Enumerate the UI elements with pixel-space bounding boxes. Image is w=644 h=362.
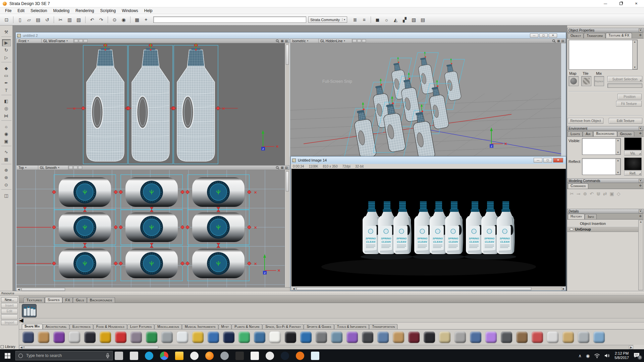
tab[interactable]: Architectural [43,324,69,329]
image-restore-button[interactable]: ▢ [543,158,552,163]
taskbar-icon-terminal[interactable] [235,352,244,360]
modeling-command-icon[interactable]: ▣ [609,191,614,196]
shape-thumbnail[interactable] [485,331,497,343]
cut-button[interactable]: ✂ [56,15,65,24]
top-vertical-scrollbar[interactable] [285,170,289,287]
front-mode-selector[interactable]: GL WireFrame▾ [42,39,74,43]
shape-thumbnail[interactable] [130,331,142,343]
shape-thumbnail[interactable] [192,331,204,343]
shape-thumbnail[interactable] [578,331,589,343]
start-button[interactable] [0,349,15,362]
taskbar-icon-firefox[interactable] [205,352,214,360]
pen-tool[interactable]: ✒ [2,79,11,86]
taskbar-icon-steam[interactable] [281,352,289,360]
copy-button[interactable]: ▥ [65,15,74,24]
resource-button[interactable] [1,314,18,319]
tab[interactable]: Shapes [45,297,62,303]
pan-view-tool[interactable]: ⊛ [2,174,11,181]
reflect-list[interactable] [582,158,621,175]
history-item[interactable]: UnGroup [567,226,638,232]
history-item[interactable]: Object Insertion [567,221,638,226]
list-view-icon[interactable]: ▤ [285,39,288,43]
select-move-tool[interactable]: ▶ [2,39,11,46]
close-icon[interactable]: ✕ [639,179,642,183]
render-icon[interactable]: ☼ [382,15,391,24]
tab[interactable]: Commands [568,183,588,189]
scrollbar-thumb[interactable] [24,346,158,349]
shape-thumbnail[interactable] [69,331,80,343]
add-tab-icon[interactable]: ✛ [638,132,643,135]
palette-tool[interactable] [1,120,11,122]
shape-thumbnail[interactable] [408,331,420,343]
top-view-selector[interactable]: Top▾ [17,166,38,170]
vis-button[interactable]: Vis. [624,151,642,156]
primitive-tool[interactable]: ◆ [2,65,11,72]
minimize-button[interactable]: — [598,0,613,7]
menu-item[interactable]: File [2,8,14,13]
doc-minimize-button[interactable]: — [530,34,538,38]
light-tool[interactable]: ☼ [2,123,11,130]
magnifier-icon[interactable] [276,166,279,170]
front-view-selector[interactable]: Front▾ [17,39,42,43]
grid-view-icon[interactable]: ▦ [557,39,560,43]
tab[interactable]: Miscellaneous [155,324,182,329]
viewport-option-icon[interactable] [73,166,77,169]
mirror-tool[interactable]: ⋈ [2,112,11,119]
tab[interactable]: Plants & Nature [232,324,262,329]
resource-button[interactable]: New... [1,297,18,302]
list-view-icon[interactable]: ▤ [285,166,288,169]
edit-texture-button[interactable]: Edit Texture [609,118,642,124]
palette-tool[interactable] [1,95,11,97]
palette-tool[interactable] [1,164,11,166]
close-icon[interactable]: ✕ [639,28,642,32]
grid-view-icon[interactable]: ▦ [281,166,284,169]
texture-list[interactable] [569,40,638,70]
shape-thumbnail[interactable] [439,331,450,343]
image-horizontal-scrollbar[interactable]: ◀ ▶ [291,287,566,291]
shape-thumbnail[interactable] [53,331,65,343]
tab[interactable]: Electronics [70,324,93,329]
shape-thumbnail[interactable] [316,331,327,343]
close-button[interactable]: ✕ [629,0,644,7]
environment-header[interactable]: Environment ✕ [567,126,644,131]
magnifier-icon[interactable] [276,39,279,43]
taskbar-icon-media-player[interactable] [190,352,199,360]
shape-thumbnail[interactable] [238,331,250,343]
tab[interactable]: Background [593,131,617,136]
add-tab-icon[interactable]: ✛ [638,184,643,187]
details-header[interactable]: Details ✕ [567,209,644,214]
taskbar-icon-photos[interactable] [311,352,319,360]
iso-mode-selector[interactable]: GL HiddenLine▾ [319,39,352,43]
menu-item[interactable]: Scripting [97,8,119,13]
shape-thumbnail[interactable] [470,331,481,343]
scroll-right-icon[interactable]: ▶ [561,287,566,291]
scrollbar-thumb[interactable] [286,45,289,65]
resource-header[interactable]: Resource [0,291,644,296]
shape-thumbnail[interactable] [146,331,157,343]
outline-list-icon[interactable]: ≣ [351,15,359,24]
close-icon[interactable]: ✕ [639,127,642,130]
tab[interactable]: Transportation [369,324,397,329]
taskbar-icon-music[interactable] [266,352,274,360]
library-toggle[interactable]: − Library [1,345,15,349]
select-rotate-tool[interactable]: ↻ [2,47,11,54]
extensions-cube-icon[interactable]: ◼ [373,15,382,24]
shape-thumbnail[interactable] [84,331,96,343]
extrude-tool[interactable]: ◧ [2,98,11,105]
add-tab-icon[interactable]: ✛ [638,34,643,37]
modeling-command-icon[interactable]: ⋓ [596,191,600,196]
visible-swatch[interactable] [624,137,642,150]
taskbar-clock[interactable]: 2:12 PM 5/8/2017 [614,351,629,360]
tab[interactable]: Textures [24,297,45,303]
resource-button[interactable]: Edit [1,309,18,314]
taskbar-icon-chrome[interactable] [160,352,168,360]
tab[interactable]: Tools & Implements [334,324,369,329]
pan-tool[interactable]: ⊕ [2,167,11,174]
shape-thumbnail[interactable] [424,331,435,343]
show-hidden-icons-chevron[interactable]: ∧ [578,353,582,358]
text-tool[interactable]: T [2,87,11,94]
shape-thumbnail[interactable] [38,331,49,343]
anvil-tool[interactable]: ⚒ [2,28,11,36]
subset-field[interactable] [607,83,642,88]
shape-thumbnail[interactable] [115,331,126,343]
